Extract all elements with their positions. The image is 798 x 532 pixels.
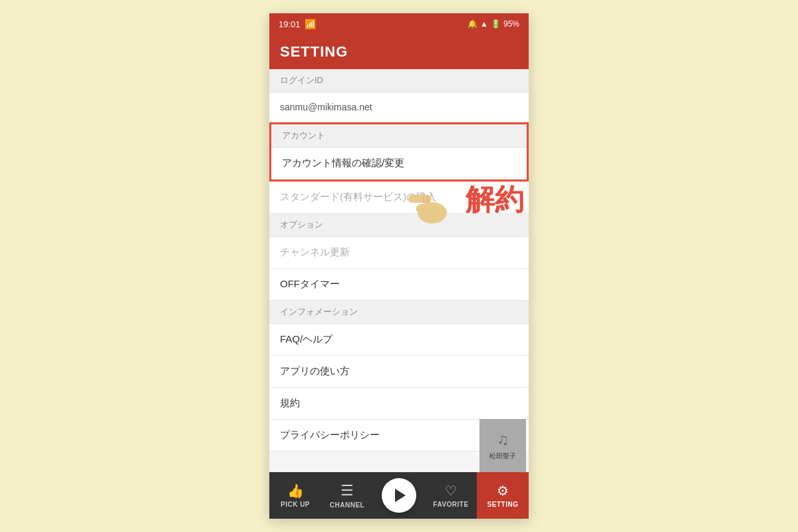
setting-label: SETTING	[487, 501, 519, 508]
music-artist: 松田聖子	[489, 452, 516, 461]
information-section-header: インフォメーション	[269, 301, 529, 324]
signal-icon: ▲	[480, 19, 488, 29]
favorite-icon: ♡	[445, 483, 457, 499]
login-id-label: ログインID	[269, 69, 529, 92]
status-bar: 19:01 📶 🔔 ▲ 🔋 95%	[269, 13, 529, 35]
settings-content: ログインID sanmu@mikimasa.net アカウント アカウント情報の…	[269, 69, 529, 472]
annotation-area: 解約	[406, 173, 524, 226]
page-title: SETTING	[280, 43, 348, 61]
play-triangle-icon	[395, 489, 406, 502]
wifi-icon: 📶	[305, 19, 316, 29]
off-timer-item[interactable]: OFFタイマー	[269, 269, 529, 301]
kaiyaku-annotation: 解約	[466, 180, 524, 219]
setting-icon: ⚙	[497, 483, 509, 499]
channel-icon: ☰	[340, 482, 354, 499]
status-time: 19:01	[279, 19, 301, 29]
music-thumbnail[interactable]: ♫ 松田聖子	[479, 419, 526, 472]
faq-item[interactable]: FAQ/ヘルプ	[269, 324, 529, 356]
nav-item-play[interactable]	[373, 472, 425, 519]
nav-item-favorite[interactable]: ♡ FAVORITE	[425, 472, 477, 519]
hand-pointer-icon	[406, 173, 459, 226]
svg-point-3	[408, 195, 415, 203]
play-button-circle	[382, 478, 416, 513]
battery-icon: 🔋	[491, 19, 501, 29]
terms-item[interactable]: 規約	[269, 388, 529, 420]
nav-item-pickup[interactable]: 👍 PICK UP	[269, 472, 321, 519]
music-note-icon: ♫	[497, 430, 509, 449]
app-header: SETTING	[269, 35, 529, 69]
nav-item-channel[interactable]: ☰ CHANNEL	[321, 472, 373, 519]
channel-label: CHANNEL	[330, 501, 364, 509]
svg-rect-6	[425, 213, 433, 220]
channel-update-item[interactable]: チャンネル更新	[269, 237, 529, 269]
email-value: sanmu@mikimasa.net	[269, 92, 529, 122]
pickup-label: PICK UP	[281, 501, 310, 508]
pickup-icon: 👍	[287, 483, 304, 499]
battery-percent: 95%	[503, 19, 519, 29]
notification-icon: 🔔	[467, 19, 477, 29]
nav-item-setting[interactable]: ⚙ SETTING	[477, 472, 529, 519]
how-to-use-item[interactable]: アプリの使い方	[269, 356, 529, 388]
phone-screen: 19:01 📶 🔔 ▲ 🔋 95% SETTING ログインID sanmu@m…	[269, 13, 529, 519]
account-section-header: アカウント	[271, 124, 527, 148]
favorite-label: FAVORITE	[433, 501, 468, 508]
bottom-navigation: 👍 PICK UP ☰ CHANNEL ♡ FAVORITE ⚙	[269, 472, 529, 519]
